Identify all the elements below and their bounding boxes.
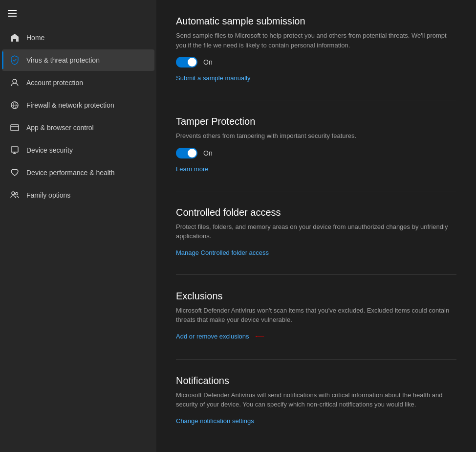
svg-point-7	[12, 192, 15, 195]
learn-more-link[interactable]: Learn more	[176, 165, 208, 173]
browser-icon	[10, 123, 20, 133]
sidebar-item-account[interactable]: Account protection	[2, 72, 154, 93]
controlled-folder-desc: Protect files, folders, and memory areas…	[176, 222, 456, 241]
automatic-sample-title: Automatic sample submission	[176, 16, 456, 27]
sidebar-item-firewall-label: Firewall & network protection	[26, 101, 114, 109]
exclusions-link-row: Add or remove exclusions	[176, 332, 456, 341]
device-security-icon	[10, 145, 20, 155]
svg-rect-2	[11, 125, 19, 131]
shield-icon	[10, 55, 20, 65]
sidebar-item-family[interactable]: Family options	[2, 184, 154, 206]
sidebar-item-account-label: Account protection	[26, 79, 83, 87]
account-icon	[10, 78, 20, 88]
svg-point-8	[16, 193, 18, 195]
automatic-sample-desc: Send sample files to Microsoft to help p…	[176, 31, 456, 50]
svg-point-0	[13, 79, 17, 83]
exclusions-title: Exclusions	[176, 291, 456, 302]
controlled-folder-title: Controlled folder access	[176, 207, 456, 218]
sidebar-item-device-health-label: Device performance & health	[26, 169, 115, 177]
sidebar-item-device-security[interactable]: Device security	[2, 139, 154, 161]
sidebar-item-family-label: Family options	[26, 191, 70, 199]
sidebar-item-app-browser[interactable]: App & browser control	[2, 117, 154, 138]
automatic-sample-toggle[interactable]	[176, 57, 197, 68]
sidebar-item-firewall[interactable]: Firewall & network protection	[2, 94, 154, 116]
automatic-sample-toggle-label: On	[203, 58, 213, 66]
exclusions-link[interactable]: Add or remove exclusions	[176, 333, 249, 340]
red-arrow-annotation	[255, 332, 265, 341]
exclusions-desc: Microsoft Defender Antivirus won't scan …	[176, 306, 456, 325]
heart-icon	[10, 168, 20, 178]
main-content: Automatic sample submission Send sample …	[156, 0, 476, 452]
exclusions-section: Exclusions Microsoft Defender Antivirus …	[176, 291, 456, 341]
manage-folder-link[interactable]: Manage Controlled folder access	[176, 249, 269, 256]
notifications-link[interactable]: Change notification settings	[176, 417, 254, 425]
tamper-protection-toggle-row: On	[176, 148, 456, 158]
notifications-title: Notifications	[176, 375, 456, 386]
sidebar-item-virus[interactable]: Virus & threat protection	[2, 49, 154, 71]
sidebar-item-home-label: Home	[26, 34, 44, 42]
tamper-protection-toggle-label: On	[203, 149, 213, 157]
sidebar-item-home[interactable]: Home	[2, 27, 154, 48]
home-icon	[10, 33, 20, 43]
family-icon	[10, 190, 20, 200]
hamburger-menu[interactable]	[0, 4, 20, 23]
notifications-desc: Microsoft Defender Antivirus will send n…	[176, 390, 456, 409]
sidebar-item-device-health[interactable]: Device performance & health	[2, 162, 154, 183]
firewall-icon	[10, 100, 20, 110]
divider-3	[176, 274, 456, 275]
sidebar-item-device-security-label: Device security	[26, 146, 73, 154]
sidebar: Home Virus & threat protection Account p…	[0, 0, 156, 452]
tamper-protection-section: Tamper Protection Prevents others from t…	[176, 116, 456, 173]
notifications-section: Notifications Microsoft Defender Antivir…	[176, 375, 456, 425]
divider-1	[176, 100, 456, 100]
svg-marker-10	[255, 336, 257, 337]
svg-rect-4	[11, 147, 18, 152]
sidebar-item-virus-label: Virus & threat protection	[26, 56, 100, 64]
tamper-protection-desc: Prevents others from tampering with impo…	[176, 131, 456, 141]
divider-4	[176, 359, 456, 360]
automatic-sample-toggle-row: On	[176, 57, 456, 68]
automatic-sample-section: Automatic sample submission Send sample …	[176, 16, 456, 82]
sidebar-item-app-browser-label: App & browser control	[26, 124, 94, 132]
controlled-folder-section: Controlled folder access Protect files, …	[176, 207, 456, 257]
tamper-protection-toggle[interactable]	[176, 148, 197, 158]
tamper-protection-title: Tamper Protection	[176, 116, 456, 127]
submit-sample-link[interactable]: Submit a sample manually	[176, 74, 250, 82]
divider-2	[176, 191, 456, 191]
